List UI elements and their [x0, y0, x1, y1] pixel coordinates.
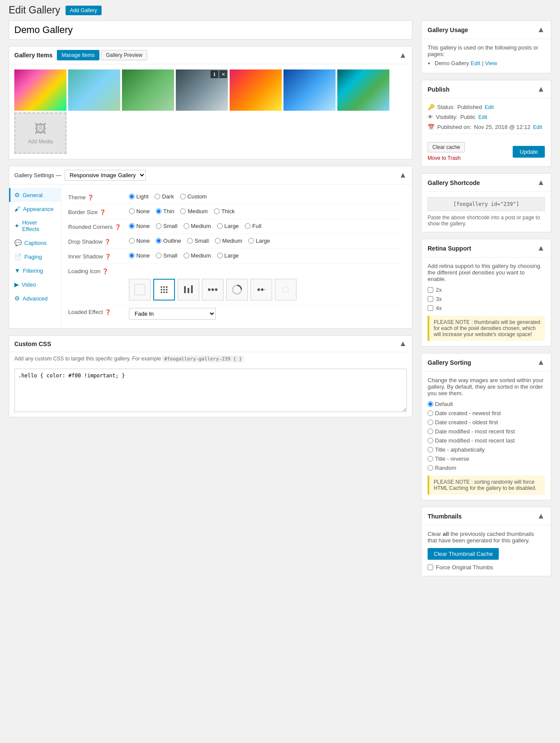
rounded-medium-radio[interactable] [184, 223, 189, 229]
thumb-delete-button[interactable]: ✕ [219, 70, 227, 78]
retina-support-toggle[interactable]: ▲ [537, 244, 545, 253]
inner-medium-option[interactable]: Medium [184, 252, 211, 259]
add-media-button[interactable]: 🖼 Add Media [14, 112, 66, 154]
sort-date-newest-radio[interactable] [428, 410, 433, 416]
published-edit-link[interactable]: Edit [533, 124, 542, 130]
theme-dark-option[interactable]: Dark [155, 193, 174, 200]
loading-icon-dots-grid[interactable] [153, 279, 175, 301]
theme-custom-radio[interactable] [180, 194, 186, 199]
inner-large-option[interactable]: Large [217, 252, 239, 259]
gallery-view-link[interactable]: View [485, 60, 497, 66]
inner-medium-radio[interactable] [184, 253, 189, 258]
loading-icon-dots-line[interactable] [202, 279, 224, 301]
retina-4x-checkbox[interactable] [428, 305, 433, 311]
retina-2x-checkbox[interactable] [428, 287, 433, 293]
sort-title-alpha-option[interactable]: Title - alphabetically [428, 446, 545, 453]
sort-title-reverse-radio[interactable] [428, 456, 433, 462]
border-medium-option[interactable]: Medium [180, 208, 208, 215]
sort-modified-last-option[interactable]: Date modified - most recent last [428, 437, 545, 444]
sort-date-newest-option[interactable]: Date created - newest first [428, 410, 545, 416]
nav-item-appearance[interactable]: 🖌 Appearance [9, 202, 61, 216]
thumb-info-button[interactable]: ℹ [211, 70, 218, 78]
rounded-full-option[interactable]: Full [245, 223, 261, 229]
nav-item-general[interactable]: ⚙ General [9, 188, 61, 202]
sort-random-option[interactable]: Random [428, 465, 545, 471]
retina-2x-option[interactable]: 2x [428, 287, 545, 293]
visibility-edit-link[interactable]: Edit [478, 114, 488, 120]
sort-title-alpha-radio[interactable] [428, 447, 433, 452]
inner-large-radio[interactable] [217, 253, 223, 258]
sort-default-option[interactable]: Default [428, 401, 545, 407]
sort-modified-recent-option[interactable]: Date modified - most recent first [428, 428, 545, 435]
drop-medium-radio[interactable] [215, 238, 221, 244]
loading-icon-spinner[interactable] [226, 279, 248, 301]
border-thin-radio[interactable] [156, 208, 161, 214]
retina-4x-option[interactable]: 4x [428, 305, 545, 311]
gallery-item[interactable] [122, 69, 174, 111]
force-original-checkbox[interactable] [428, 565, 433, 570]
border-thick-radio[interactable] [214, 208, 220, 214]
sort-date-oldest-option[interactable]: Date created - oldest first [428, 419, 545, 426]
add-gallery-button[interactable]: Add Gallery [66, 6, 102, 15]
drop-outline-radio[interactable] [156, 238, 161, 244]
inner-small-option[interactable]: Small [156, 252, 178, 259]
sort-random-radio[interactable] [428, 465, 433, 471]
sort-title-reverse-option[interactable]: Title - reverse [428, 456, 545, 462]
publish-toggle[interactable]: ▲ [537, 85, 545, 94]
gallery-item[interactable] [230, 69, 282, 111]
theme-dark-radio[interactable] [155, 194, 160, 199]
gallery-name-input[interactable] [9, 20, 412, 40]
rounded-none-option[interactable]: None [129, 223, 150, 229]
custom-css-textarea[interactable]: .hello { color: #f00 !important; } [14, 369, 407, 412]
rounded-large-option[interactable]: Large [217, 223, 239, 229]
border-thin-option[interactable]: Thin [156, 208, 174, 215]
drop-large-option[interactable]: Large [248, 238, 270, 244]
status-edit-link[interactable]: Edit [485, 104, 494, 110]
gallery-usage-toggle[interactable]: ▲ [537, 25, 545, 34]
inner-small-radio[interactable] [156, 253, 161, 258]
drop-small-radio[interactable] [187, 238, 193, 244]
sort-default-radio[interactable] [428, 401, 433, 407]
gallery-item[interactable] [14, 69, 66, 111]
gallery-item[interactable] [283, 69, 336, 111]
loaded-effect-select[interactable]: Fade In Slide Up Slide Down Zoom In None [129, 308, 216, 320]
rounded-medium-option[interactable]: Medium [184, 223, 211, 229]
gallery-item[interactable]: ℹ ✕ [176, 69, 228, 111]
inner-none-radio[interactable] [129, 253, 135, 258]
drop-none-option[interactable]: None [129, 238, 150, 244]
loading-icon-bars[interactable] [178, 279, 199, 301]
inner-none-option[interactable]: None [129, 252, 150, 259]
nav-item-filtering[interactable]: ▼ Filtering [9, 264, 61, 277]
border-none-option[interactable]: None [129, 208, 150, 215]
border-medium-radio[interactable] [180, 208, 186, 214]
theme-custom-option[interactable]: Custom [180, 193, 207, 200]
drop-medium-option[interactable]: Medium [215, 238, 242, 244]
border-none-radio[interactable] [129, 208, 135, 214]
loading-icon-minimal[interactable] [275, 279, 296, 301]
border-thick-option[interactable]: Thick [214, 208, 235, 215]
manage-items-tab[interactable]: Manage Items [57, 50, 99, 60]
thumbnails-toggle[interactable]: ▲ [537, 512, 545, 521]
nav-item-advanced[interactable]: ⚙ Advanced [9, 291, 61, 305]
shortcode-box[interactable]: [foogallery id="239"] [428, 197, 545, 211]
rounded-small-option[interactable]: Small [156, 223, 178, 229]
rounded-none-radio[interactable] [129, 223, 135, 229]
gallery-items-toggle[interactable]: ▲ [399, 51, 407, 60]
gallery-sorting-toggle[interactable]: ▲ [537, 358, 545, 367]
retina-3x-checkbox[interactable] [428, 296, 433, 302]
sort-modified-recent-radio[interactable] [428, 429, 433, 434]
drop-outline-option[interactable]: Outline [156, 238, 181, 244]
nav-item-captions[interactable]: 💬 Captions [9, 236, 61, 250]
sort-date-oldest-radio[interactable] [428, 419, 433, 425]
loading-icon-dots-two[interactable] [250, 279, 272, 301]
update-button[interactable]: Update [513, 146, 545, 158]
gallery-shortcode-toggle[interactable]: ▲ [537, 178, 545, 187]
clear-thumbnail-cache-button[interactable]: Clear Thumbnail Cache [428, 548, 499, 560]
gallery-edit-link[interactable]: Edit [471, 60, 480, 66]
nav-item-paging[interactable]: 📄 Paging [9, 250, 61, 264]
drop-large-radio[interactable] [248, 238, 254, 244]
sort-modified-last-radio[interactable] [428, 438, 433, 443]
gallery-type-select[interactable]: Responsive Image Gallery [65, 170, 146, 181]
gallery-item[interactable] [68, 69, 120, 111]
force-original-option[interactable]: Force Original Thumbs [428, 564, 545, 571]
